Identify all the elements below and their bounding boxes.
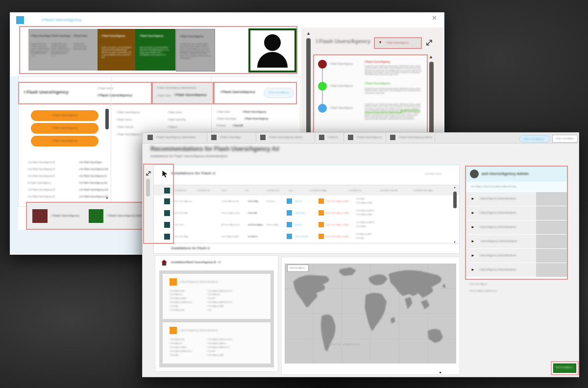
list-item[interactable]: I Flash Users bbox=[217, 111, 240, 113]
tab-label: I Flash Users/Agency bbox=[356, 136, 385, 139]
timeline-dot-blue bbox=[318, 104, 327, 113]
cell-blue-link[interactable]: flash id bbox=[295, 223, 315, 226]
select-all-checkbox[interactable] bbox=[164, 188, 170, 194]
column-header[interactable]: n for Flash Users/Age bbox=[413, 189, 442, 192]
pill-button-2[interactable]: I Flash Users/Agency bbox=[31, 123, 98, 134]
tab-4[interactable]: I Flash A bbox=[315, 133, 344, 143]
list-item[interactable]: n for Flash Users/Agency Admi bbox=[79, 189, 108, 191]
table-scrollbar[interactable]: ▲ ▼ bbox=[452, 186, 457, 243]
sidebar-row[interactable]: ►Users/Agency Administrators bbox=[466, 235, 567, 248]
column-header[interactable]: n for Flash Us bbox=[267, 189, 286, 192]
hero-gray-col-1: I Flash Users/Agency Usually, Flash user… bbox=[31, 35, 50, 56]
list-item[interactable]: I Flash Users/Agen bbox=[217, 118, 242, 120]
expander-icon[interactable]: ► bbox=[471, 267, 475, 272]
sidebar-footnote: flash Users/Agent bbox=[470, 283, 514, 285]
sidebar-row[interactable]: ►Users/Agency Administrators bbox=[466, 263, 567, 277]
column-header[interactable]: n for bbox=[245, 189, 262, 192]
confirm-button[interactable]: Flash Users/Agency bbox=[553, 364, 576, 373]
list-item[interactable]: B Users) bbox=[217, 124, 231, 127]
row-checkbox[interactable] bbox=[164, 234, 170, 240]
primary-action-button[interactable]: I Flash Users/Agency bbox=[519, 135, 550, 143]
tab-icon bbox=[390, 135, 395, 140]
list-item[interactable]: n for Flash Users/Agency B bbox=[27, 168, 76, 170]
expander-icon[interactable]: ► bbox=[471, 239, 475, 243]
sidebar-row[interactable]: ►Users/Agency Administrators bbox=[466, 206, 567, 220]
list-item[interactable]: I Flash Users bbox=[168, 111, 197, 114]
scrollbar-thumb[interactable] bbox=[453, 192, 457, 208]
list-item[interactable]: for Flash Users/Agency bbox=[27, 182, 76, 184]
cell-orange-link[interactable]: flash Users/Agency Add bbox=[326, 212, 353, 214]
list-item[interactable]: n for Flash Users/Agency B bbox=[27, 189, 76, 191]
list-item[interactable]: n for Flash Users/Agen bbox=[79, 161, 108, 164]
sidebar-row[interactable]: ►Users/Agency Administrators bbox=[466, 249, 567, 263]
column-header[interactable]: n for Flash Us bbox=[349, 189, 372, 192]
scrollbar-thumb[interactable] bbox=[146, 179, 150, 196]
tab-6[interactable]: I Flash Users/Agency Admin bbox=[386, 133, 435, 143]
column-header[interactable]: n for Flash Us bbox=[173, 189, 195, 192]
tab-2[interactable]: I Flash Users/Age bbox=[207, 133, 256, 143]
expander-icon[interactable]: ► bbox=[471, 225, 475, 229]
table-row[interactable]: flash Users/Age Users/Agency Adl air fla… bbox=[154, 231, 459, 243]
sidebar-row[interactable]: ►Users/Agency Administrators bbox=[466, 220, 567, 234]
info-strip-3-button[interactable]: I Flash Users/Agency bbox=[264, 88, 294, 98]
world-map[interactable]: SOUTH AMERICA bbox=[285, 262, 456, 365]
pill-button-1[interactable]: I Flash Users/Agency bbox=[31, 110, 98, 121]
table-row[interactable]: flash Users/Ag B Users/Agency At I Users… bbox=[154, 207, 459, 219]
list-item[interactable]: n for Flash Users/Agency B bbox=[27, 161, 76, 164]
tab-5[interactable]: I Flash Users/Agency bbox=[344, 133, 386, 143]
row-checkbox[interactable] bbox=[164, 210, 170, 216]
list-item[interactable]: I Flash A bbox=[168, 125, 197, 128]
cell-orange-link[interactable]: flash Users/Agency Add bbox=[326, 235, 353, 238]
cell-orange-link[interactable]: flash Users/Agency Add bbox=[326, 200, 353, 202]
tab-3[interactable]: I Flash Users/Agency Admin bbox=[256, 133, 315, 143]
list-item[interactable]: n for Flash Users/Agency B bbox=[27, 175, 76, 177]
list-item[interactable]: n for Flash Users/Agency Add bbox=[79, 195, 108, 198]
list-item[interactable]: n for Flash Users/Agency Admi bbox=[79, 168, 108, 170]
chevron-down-icon[interactable]: ▼ bbox=[105, 196, 109, 200]
list-item[interactable]: I Flash Users/Agency bbox=[117, 111, 155, 114]
sidebar-row[interactable]: ►Users/Agency Administrators bbox=[466, 192, 567, 206]
scroll-up-icon[interactable]: ▲ bbox=[429, 55, 433, 59]
column-header[interactable]: n for Flash Us bbox=[197, 189, 219, 192]
timeline-dropdown[interactable]: ▼ I Flash Users/Agency bbox=[374, 37, 422, 49]
hero-gray-col-2: I Flash Users/Agency Usually, Flash user… bbox=[51, 35, 71, 56]
list-item[interactable]: I Flash Users/Agency bbox=[243, 111, 277, 113]
list-item[interactable]: i for Flash Users/Agency Adi bbox=[79, 182, 108, 184]
primary-action-label: I Flash Users/Agency bbox=[524, 138, 545, 140]
cell-blue-link[interactable]: flash id bbox=[295, 200, 315, 202]
expand-icon[interactable] bbox=[425, 38, 434, 47]
list-item[interactable]: I Flash Users/Agency bbox=[245, 118, 279, 120]
list-item[interactable]: I Users/N bbox=[233, 124, 252, 127]
list-item[interactable]: I Flash Users/A bbox=[117, 125, 155, 128]
list-item[interactable]: I Flash Users/Ag bbox=[168, 118, 197, 121]
pill-button-3[interactable]: I Flash Users/Agency bbox=[31, 136, 98, 146]
table-row[interactable]: flash Users Al Users/Agency A left Users… bbox=[154, 219, 459, 231]
column-header[interactable]: n for I bbox=[221, 189, 241, 192]
row-checkbox[interactable] bbox=[164, 198, 170, 204]
column-header[interactable]: n for bbox=[289, 189, 305, 192]
cell-blue-link[interactable]: flash Users bbox=[295, 212, 315, 214]
scroll-up-icon[interactable]: ▲ bbox=[306, 31, 311, 36]
list-item[interactable]: n for Flash Users/Agency At bbox=[79, 175, 108, 177]
row-checkbox[interactable] bbox=[164, 222, 170, 228]
expand-icon[interactable] bbox=[145, 170, 152, 177]
sidebar-row-value bbox=[536, 192, 567, 206]
expander-icon[interactable]: ► bbox=[471, 253, 475, 258]
expander-icon[interactable]: ► bbox=[471, 211, 475, 215]
cell-blue-link[interactable]: flash Users/B bbox=[295, 235, 317, 238]
table-row[interactable]: flash Users/Agency I Users/Agency At I U… bbox=[154, 195, 459, 208]
list-item[interactable]: I Flash Users) bbox=[117, 118, 155, 121]
close-icon[interactable]: ✕ bbox=[432, 14, 437, 22]
column-header[interactable]: n for Flash Users/N bbox=[380, 189, 406, 192]
cell-orange-link[interactable]: flash Users/Agency Add bbox=[326, 223, 353, 226]
tab-1[interactable]: I Flash Users/Agency Administrat bbox=[144, 133, 207, 143]
expander-icon[interactable]: ► bbox=[471, 196, 475, 201]
table-section2-header[interactable]: Installations for Flash U bbox=[154, 243, 459, 253]
chevron-down-icon[interactable]: ▼ bbox=[439, 371, 442, 374]
list-item[interactable]: n for Flash Users/Agency B bbox=[27, 195, 76, 198]
hero-col-title: I Flash Users bbox=[74, 35, 87, 37]
column-header[interactable]: n for Flash Us/Age bbox=[310, 189, 336, 192]
scroll-up-icon[interactable]: ▲ bbox=[452, 186, 457, 189]
scrollbar-thumb[interactable] bbox=[105, 109, 109, 129]
secondary-action-button[interactable]: I Flash Users/Agency bbox=[552, 135, 578, 143]
